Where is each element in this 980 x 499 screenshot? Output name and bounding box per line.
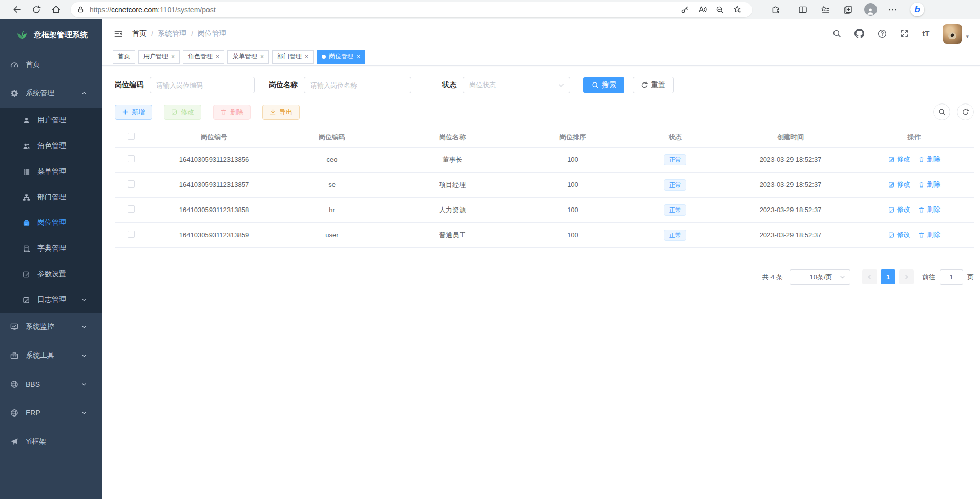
sidebar-item-menu-mgmt[interactable]: 菜单管理	[0, 159, 102, 184]
menu-tree-icon	[23, 168, 30, 176]
browser-refresh-button[interactable]	[27, 2, 46, 17]
status-badge: 正常	[664, 154, 686, 165]
sidebar-item-system-monitor[interactable]: 系统监控	[0, 313, 102, 341]
post-code-input[interactable]	[150, 77, 255, 93]
user-icon	[23, 117, 30, 124]
sidebar-item-param-settings[interactable]: 参数设置	[0, 261, 102, 287]
next-page-button[interactable]	[899, 269, 914, 284]
tab-dept-mgmt[interactable]: 部门管理×	[272, 50, 314, 64]
split-screen-icon[interactable]	[791, 2, 814, 17]
tab-post-mgmt[interactable]: 岗位管理×	[317, 50, 365, 64]
favorites-bar-icon[interactable]	[814, 2, 837, 17]
add-button[interactable]: 新增	[115, 105, 152, 120]
breadcrumb-home[interactable]: 首页	[132, 29, 147, 38]
close-icon[interactable]: ×	[305, 53, 308, 60]
row-checkbox[interactable]	[128, 205, 135, 213]
add-favorite-icon[interactable]	[728, 3, 746, 16]
goto-page-input[interactable]	[940, 269, 963, 285]
app-navbar: 首页 / 系统管理 / 岗位管理 tT ▾	[102, 19, 980, 48]
avatar-caret-icon[interactable]: ▾	[966, 33, 969, 40]
zoom-out-icon[interactable]	[711, 3, 728, 16]
sidebar-item-post-mgmt[interactable]: 岗位管理	[0, 210, 102, 236]
extensions-icon[interactable]	[764, 2, 787, 17]
col-post-name: 岗位名称	[383, 128, 522, 147]
browser-profile-button[interactable]	[859, 2, 882, 17]
row-delete-link[interactable]: 删除	[918, 230, 940, 239]
status-select[interactable]: 岗位状态	[463, 77, 570, 93]
sidebar-item-user-mgmt[interactable]: 用户管理	[0, 108, 102, 133]
app-logo[interactable]: 意框架管理系统	[0, 19, 102, 50]
chevron-down-icon	[81, 297, 87, 303]
browser-toolbar: https://ccnetcore.com:1101/system/post ⋯…	[0, 0, 980, 19]
bing-chat-icon[interactable]: b	[910, 3, 924, 16]
row-edit-link[interactable]: 修改	[888, 180, 910, 189]
chevron-up-icon	[81, 90, 87, 96]
sidebar-item-bbs[interactable]: BBS	[0, 370, 102, 399]
refresh-icon	[641, 81, 648, 89]
post-name-input[interactable]	[304, 77, 411, 93]
sidebar-fold-icon[interactable]	[114, 29, 123, 38]
status-badge: 正常	[664, 204, 686, 216]
prev-page-button[interactable]	[862, 269, 877, 284]
sidebar-item-home[interactable]: 首页	[0, 50, 102, 79]
select-all-checkbox[interactable]	[128, 133, 135, 140]
sidebar-item-erp[interactable]: ERP	[0, 399, 102, 427]
breadcrumb: 首页 / 系统管理 / 岗位管理	[132, 29, 226, 38]
chevron-down-icon	[81, 410, 87, 416]
help-question-icon[interactable]	[878, 29, 887, 38]
edit-button[interactable]: 修改	[164, 105, 201, 120]
tab-home[interactable]: 首页	[113, 50, 135, 64]
read-aloud-icon[interactable]	[694, 3, 711, 16]
download-icon	[269, 109, 276, 115]
row-checkbox[interactable]	[128, 231, 135, 238]
fullscreen-icon[interactable]	[900, 29, 909, 38]
col-actions: 操作	[854, 128, 974, 147]
collections-icon[interactable]	[837, 2, 859, 17]
active-tab-dot	[322, 55, 326, 59]
screen: https://ccnetcore.com:1101/system/post ⋯…	[0, 0, 980, 499]
row-edit-link[interactable]: 修改	[888, 205, 910, 214]
user-avatar[interactable]	[943, 24, 962, 44]
text-size-icon[interactable]: tT	[922, 29, 929, 38]
browser-actions: ⋯ b	[764, 2, 924, 17]
browser-menu-button[interactable]: ⋯	[882, 2, 904, 17]
delete-button[interactable]: 删除	[213, 105, 251, 120]
sidebar-item-log-mgmt[interactable]: 日志管理	[0, 287, 102, 313]
reset-button[interactable]: 重置	[633, 77, 674, 93]
row-checkbox[interactable]	[128, 155, 135, 162]
page-size-select[interactable]: 10条/页	[790, 269, 850, 285]
refresh-table-button[interactable]	[957, 103, 974, 120]
github-icon[interactable]	[854, 29, 864, 38]
close-icon[interactable]: ×	[260, 53, 264, 60]
row-delete-link[interactable]: 删除	[918, 155, 940, 164]
sidebar-item-yi-framework[interactable]: Yi框架	[0, 427, 102, 456]
close-icon[interactable]: ×	[357, 53, 360, 60]
sidebar-item-role-mgmt[interactable]: 角色管理	[0, 133, 102, 159]
row-delete-link[interactable]: 删除	[918, 205, 940, 214]
header-search-icon[interactable]	[832, 29, 841, 38]
sidebar-item-dept-mgmt[interactable]: 部门管理	[0, 184, 102, 210]
show-search-toggle-button[interactable]	[933, 103, 950, 120]
sidebar-item-system-mgmt[interactable]: 系统管理	[0, 79, 102, 108]
tab-user-mgmt[interactable]: 用户管理×	[138, 50, 180, 64]
sidebar-item-system-tools[interactable]: 系统工具	[0, 341, 102, 370]
row-edit-link[interactable]: 修改	[888, 230, 910, 239]
row-edit-link[interactable]: 修改	[888, 155, 910, 164]
search-button[interactable]: 搜索	[583, 77, 624, 93]
book-icon	[23, 245, 30, 253]
row-checkbox[interactable]	[128, 180, 135, 188]
row-delete-link[interactable]: 删除	[918, 180, 940, 189]
page-number-1[interactable]: 1	[881, 269, 895, 284]
tab-role-mgmt[interactable]: 角色管理×	[183, 50, 224, 64]
sidebar-item-dict-mgmt[interactable]: 字典管理	[0, 236, 102, 261]
export-button[interactable]: 导出	[262, 105, 300, 120]
close-icon[interactable]: ×	[216, 53, 219, 60]
close-icon[interactable]: ×	[171, 53, 175, 60]
browser-home-button[interactable]	[46, 2, 66, 17]
tab-menu-mgmt[interactable]: 菜单管理×	[227, 50, 269, 64]
address-bar[interactable]: https://ccnetcore.com:1101/system/post	[71, 2, 752, 17]
chevron-down-icon	[81, 324, 87, 330]
browser-back-button[interactable]	[7, 2, 27, 17]
table-row: 1641030593112313856 ceo 董事长 100 正常 2023-…	[115, 147, 974, 172]
password-key-icon[interactable]	[676, 3, 694, 16]
